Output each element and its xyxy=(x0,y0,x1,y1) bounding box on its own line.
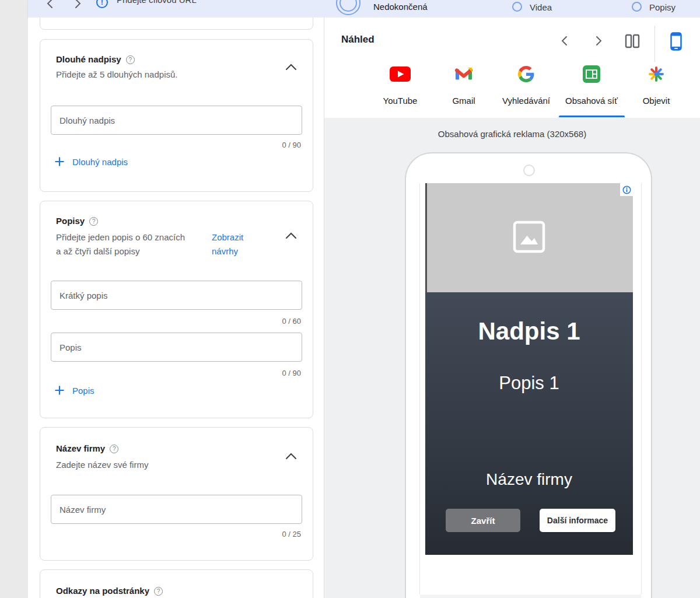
step-label-popisy[interactable]: Popisy xyxy=(649,2,676,12)
youtube-icon xyxy=(390,65,411,83)
top-status-bar: ! Přidejte cílovou URL Nedokončená Videa… xyxy=(28,0,700,18)
preview-title: Náhled xyxy=(341,34,374,46)
ad-body: Nadpis 1 Popis 1 Název firmy Zavřít Dalš… xyxy=(425,292,633,555)
info-icon: ! xyxy=(96,0,108,8)
draft-status-label: Nedokončená xyxy=(373,2,428,12)
screen-edge-right xyxy=(641,183,642,594)
collapse-chevron-icon[interactable] xyxy=(285,63,298,71)
side-by-side-view-icon[interactable] xyxy=(625,34,640,48)
display-network-icon xyxy=(583,65,600,83)
short-description-input[interactable] xyxy=(51,281,302,310)
preview-caption: Obsahová grafická reklama (320x568) xyxy=(324,129,700,139)
card-long-headlines: Dlouhé nadpisy? Přidejte až 5 dlouhých n… xyxy=(40,39,313,192)
step-radio-videa[interactable] xyxy=(512,2,522,12)
header-divider xyxy=(654,26,655,62)
help-icon[interactable]: ? xyxy=(126,55,135,64)
description-input[interactable] xyxy=(51,333,302,362)
descriptions-title: Popisy? xyxy=(56,216,98,226)
help-icon[interactable]: ? xyxy=(110,445,118,453)
long-headline-counter: 0 / 90 xyxy=(282,141,301,149)
card-business-name: Název firmy? Zadejte název své firmy 0 /… xyxy=(40,427,313,561)
mobile-view-icon[interactable] xyxy=(670,32,682,51)
adchoices-info-icon xyxy=(622,186,631,194)
add-description-button[interactable]: Popis xyxy=(54,385,94,396)
card-descriptions: Popisy? Přidejte jeden popis o 60 znacíc… xyxy=(40,201,313,418)
ad-headline: Nadpis 1 xyxy=(425,317,633,345)
discover-icon xyxy=(648,65,664,83)
ad-cta-button[interactable]: Další informace xyxy=(540,509,615,532)
sitelinks-title: Odkazy na podstránky? xyxy=(56,586,163,596)
gmail-icon xyxy=(454,65,473,83)
step-label-videa[interactable]: Videa xyxy=(530,2,552,12)
adchoices-badge[interactable] xyxy=(620,183,633,196)
tab-discover[interactable]: Objevit xyxy=(621,64,691,118)
display-ad-preview: Nadpis 1 Popis 1 Název firmy Zavřít Dalš… xyxy=(425,183,633,555)
ad-form-panel: Dlouhé nadpisy? Přidejte až 5 dlouhých n… xyxy=(28,18,324,598)
step-radio-popisy[interactable] xyxy=(632,2,642,12)
add-description-label: Popis xyxy=(72,386,94,396)
descriptions-subtitle-line1: Přidejte jeden popis o 60 znacích xyxy=(56,230,185,244)
ad-description: Popis 1 xyxy=(425,373,633,394)
forward-arrow-icon[interactable] xyxy=(73,0,82,9)
plus-icon xyxy=(54,156,65,167)
preview-next-icon[interactable] xyxy=(594,36,603,46)
google-ads-ad-editor: ! Přidejte cílovou URL Nedokončená Videa… xyxy=(0,0,700,598)
card-sitelinks: Odkazy na podstránky? xyxy=(40,569,313,598)
google-icon xyxy=(518,65,534,83)
descriptions-subtitle-line2: a až čtyři další popisy xyxy=(56,244,139,258)
help-icon[interactable]: ? xyxy=(154,587,163,596)
business-name-counter: 0 / 25 xyxy=(282,530,301,538)
business-name-subtitle: Zadejte název své firmy xyxy=(56,458,148,472)
plus-icon xyxy=(54,385,65,396)
collapse-chevron-icon[interactable] xyxy=(285,232,298,240)
phone-mockup: Nadpis 1 Popis 1 Název firmy Zavřít Dalš… xyxy=(405,152,652,598)
ad-scrollbar xyxy=(425,183,427,292)
image-placeholder-icon xyxy=(510,218,548,256)
tab-gmail[interactable]: Gmail xyxy=(429,64,499,118)
ad-business-name: Název firmy xyxy=(425,470,633,489)
long-headlines-subtitle: Přidejte až 5 dlouhých nadpisů. xyxy=(56,68,177,82)
long-headline-input[interactable] xyxy=(51,106,302,135)
screen-edge-left xyxy=(419,183,420,594)
tab-display-network[interactable]: Obsahová síť xyxy=(556,64,626,118)
selected-tab-underline xyxy=(559,116,625,117)
add-long-headline-button[interactable]: Dlouhý nadpis xyxy=(54,156,128,167)
collapse-chevron-icon[interactable] xyxy=(285,452,298,460)
short-description-counter: 0 / 60 xyxy=(282,317,301,326)
add-long-headline-label: Dlouhý nadpis xyxy=(72,157,128,167)
card-partial-top xyxy=(40,18,313,30)
preview-area: Obsahová grafická reklama (320x568) xyxy=(324,118,700,598)
preview-prev-icon[interactable] xyxy=(560,36,569,46)
phone-camera xyxy=(523,165,535,176)
preview-panel: Náhled YouTube xyxy=(324,18,700,598)
url-prompt-text: Přidejte cílovou URL xyxy=(117,0,197,6)
tab-youtube[interactable]: YouTube xyxy=(365,64,435,118)
business-name-title: Název firmy? xyxy=(56,443,118,453)
business-name-input[interactable] xyxy=(51,495,302,524)
long-headlines-title: Dlouhé nadpisy? xyxy=(56,54,135,64)
page-left-gutter xyxy=(0,0,28,598)
ad-image-placeholder xyxy=(425,183,633,292)
back-arrow-icon[interactable] xyxy=(46,0,55,9)
show-suggestions-link[interactable]: Zobrazit návrhy xyxy=(212,230,265,258)
tab-search[interactable]: Vyhledávání xyxy=(491,64,561,118)
ad-close-button[interactable]: Zavřít xyxy=(446,509,520,532)
screen-bottom-strip xyxy=(420,594,641,598)
description-counter: 0 / 90 xyxy=(282,369,301,377)
help-icon[interactable]: ? xyxy=(89,217,98,226)
